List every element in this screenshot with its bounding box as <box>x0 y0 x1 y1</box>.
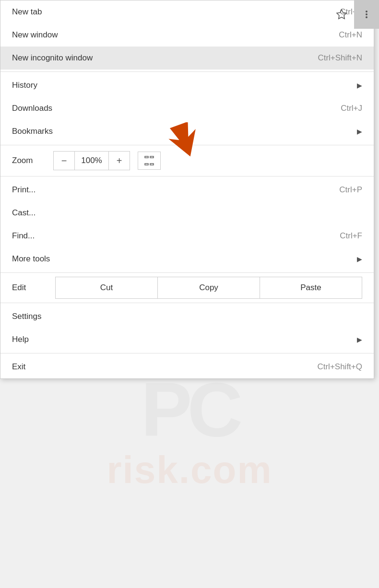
menu-item-cast[interactable]: Cast... <box>0 201 374 224</box>
divider-2 <box>0 145 374 145</box>
svg-rect-5 <box>145 164 148 165</box>
zoom-controls: − 100% + <box>53 151 130 170</box>
menu-item-print-label: Print... <box>12 185 36 195</box>
divider-6 <box>0 353 374 353</box>
zoom-decrease-button[interactable]: − <box>54 152 75 170</box>
svg-point-1 <box>366 11 367 12</box>
menu-item-more-tools-label: More tools <box>12 254 50 264</box>
menu-item-help-label: Help <box>12 335 29 344</box>
menu-item-find-label: Find... <box>12 231 35 241</box>
menu-item-history-label: History <box>12 81 37 90</box>
zoom-label: Zoom <box>12 156 46 165</box>
menu-item-new-incognito-window[interactable]: New incognito window Ctrl+Shift+N <box>0 47 374 70</box>
menu-item-help[interactable]: Help ▶ <box>0 328 374 351</box>
zoom-value-display: 100% <box>75 152 108 170</box>
menu-item-downloads-shortcut: Ctrl+J <box>341 104 362 113</box>
menu-item-help-arrow: ▶ <box>357 336 362 343</box>
menu-item-new-incognito-window-label: New incognito window <box>12 53 93 63</box>
menu-item-exit-label: Exit <box>12 362 25 372</box>
divider-1 <box>0 71 374 72</box>
menu-item-exit-shortcut: Ctrl+Shift+Q <box>317 362 362 372</box>
menu-item-settings[interactable]: Settings <box>0 305 374 328</box>
chrome-context-menu: New tab Ctrl+T New window Ctrl+N New inc… <box>0 0 374 379</box>
menu-item-downloads[interactable]: Downloads Ctrl+J <box>0 97 374 120</box>
menu-item-downloads-label: Downloads <box>12 104 52 113</box>
menu-item-new-window-label: New window <box>12 30 58 40</box>
edit-row: Edit Cut Copy Paste <box>0 275 374 301</box>
menu-item-history[interactable]: History ▶ <box>0 74 374 97</box>
edit-label: Edit <box>12 283 55 293</box>
svg-rect-6 <box>150 156 154 158</box>
svg-point-3 <box>366 16 367 18</box>
three-dots-icon <box>362 10 371 19</box>
paste-button[interactable]: Paste <box>260 277 362 298</box>
menu-item-bookmarks-label: Bookmarks <box>12 127 53 136</box>
top-bar <box>0 0 379 29</box>
star-icon <box>336 9 347 20</box>
menu-item-exit[interactable]: Exit Ctrl+Shift+Q <box>0 355 374 378</box>
menu-item-new-incognito-window-shortcut: Ctrl+Shift+N <box>318 53 362 63</box>
bookmark-star-button[interactable] <box>329 0 354 29</box>
zoom-fullscreen-button[interactable] <box>138 152 161 170</box>
divider-3 <box>0 176 374 176</box>
watermark-risk: risk.com <box>107 448 272 492</box>
divider-5 <box>0 303 374 303</box>
menu-item-bookmarks[interactable]: Bookmarks ▶ <box>0 120 374 143</box>
zoom-row: Zoom − 100% + <box>0 147 374 174</box>
svg-rect-7 <box>150 164 154 165</box>
fullscreen-icon <box>144 155 154 166</box>
menu-item-find[interactable]: Find... Ctrl+F <box>0 224 374 247</box>
divider-4 <box>0 272 374 273</box>
menu-item-settings-label: Settings <box>12 312 41 321</box>
edit-buttons-group: Cut Copy Paste <box>55 277 362 299</box>
svg-marker-0 <box>337 10 346 19</box>
menu-item-find-shortcut: Ctrl+F <box>340 231 362 241</box>
menu-item-cast-label: Cast... <box>12 208 36 218</box>
zoom-increase-button[interactable]: + <box>108 152 130 170</box>
menu-item-history-arrow: ▶ <box>357 82 362 89</box>
svg-rect-4 <box>145 156 148 158</box>
cut-button[interactable]: Cut <box>56 277 158 298</box>
menu-item-more-tools-arrow: ▶ <box>357 255 362 263</box>
menu-item-print-shortcut: Ctrl+P <box>339 185 362 195</box>
chrome-menu-button[interactable] <box>354 0 379 29</box>
menu-item-new-window-shortcut: Ctrl+N <box>339 30 362 40</box>
menu-item-print[interactable]: Print... Ctrl+P <box>0 178 374 201</box>
svg-point-2 <box>366 13 367 15</box>
menu-item-more-tools[interactable]: More tools ▶ <box>0 247 374 270</box>
menu-item-bookmarks-arrow: ▶ <box>357 128 362 135</box>
copy-button[interactable]: Copy <box>158 277 260 298</box>
